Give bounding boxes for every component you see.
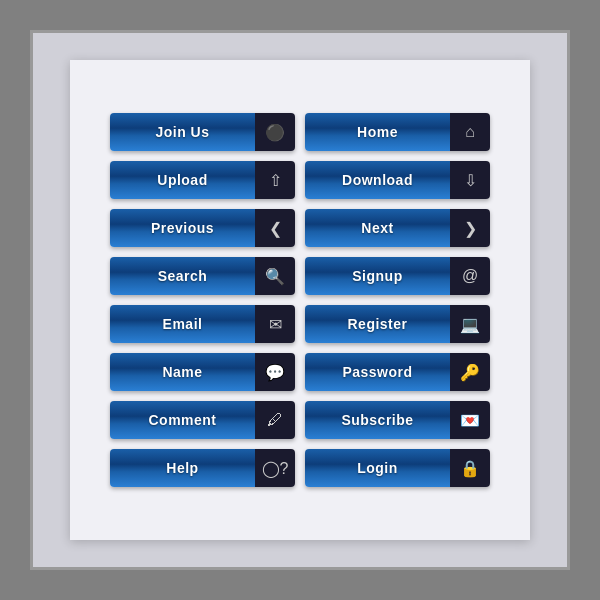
btn-label-login: Login [305,449,450,487]
btn-icon-next: ❯ [450,209,490,247]
btn-signup[interactable]: Signup@ [305,257,490,295]
btn-register[interactable]: Register💻 [305,305,490,343]
btn-download[interactable]: Download⇩ [305,161,490,199]
btn-previous[interactable]: Previous❮ [110,209,295,247]
outer-frame: Join Us⚫Home⌂Upload⇧Download⇩Previous❮Ne… [30,30,570,570]
btn-help[interactable]: Help◯? [110,449,295,487]
btn-icon-search: 🔍 [255,257,295,295]
btn-subscribe[interactable]: Subscribe💌 [305,401,490,439]
btn-upload[interactable]: Upload⇧ [110,161,295,199]
btn-search[interactable]: Search🔍 [110,257,295,295]
btn-icon-download: ⇩ [450,161,490,199]
btn-icon-home: ⌂ [450,113,490,151]
btn-next[interactable]: Next❯ [305,209,490,247]
btn-email[interactable]: Email✉ [110,305,295,343]
btn-icon-previous: ❮ [255,209,295,247]
btn-label-email: Email [110,305,255,343]
btn-icon-password: 🔑 [450,353,490,391]
btn-label-subscribe: Subscribe [305,401,450,439]
btn-icon-upload: ⇧ [255,161,295,199]
btn-icon-help: ◯? [255,449,295,487]
btn-name[interactable]: Name💬 [110,353,295,391]
btn-icon-name: 💬 [255,353,295,391]
btn-label-download: Download [305,161,450,199]
btn-icon-signup: @ [450,257,490,295]
btn-label-signup: Signup [305,257,450,295]
btn-icon-login: 🔒 [450,449,490,487]
btn-icon-join-us: ⚫ [255,113,295,151]
btn-login[interactable]: Login🔒 [305,449,490,487]
btn-label-next: Next [305,209,450,247]
btn-label-upload: Upload [110,161,255,199]
btn-label-comment: Comment [110,401,255,439]
btn-comment[interactable]: Comment🖊 [110,401,295,439]
btn-label-join-us: Join Us [110,113,255,151]
inner-panel: Join Us⚫Home⌂Upload⇧Download⇩Previous❮Ne… [70,60,530,540]
btn-label-register: Register [305,305,450,343]
btn-password[interactable]: Password🔑 [305,353,490,391]
btn-label-name: Name [110,353,255,391]
btn-label-help: Help [110,449,255,487]
buttons-grid: Join Us⚫Home⌂Upload⇧Download⇩Previous❮Ne… [90,93,510,507]
btn-join-us[interactable]: Join Us⚫ [110,113,295,151]
btn-icon-email: ✉ [255,305,295,343]
btn-home[interactable]: Home⌂ [305,113,490,151]
btn-label-previous: Previous [110,209,255,247]
btn-label-home: Home [305,113,450,151]
btn-label-password: Password [305,353,450,391]
btn-icon-comment: 🖊 [255,401,295,439]
btn-icon-register: 💻 [450,305,490,343]
btn-label-search: Search [110,257,255,295]
btn-icon-subscribe: 💌 [450,401,490,439]
